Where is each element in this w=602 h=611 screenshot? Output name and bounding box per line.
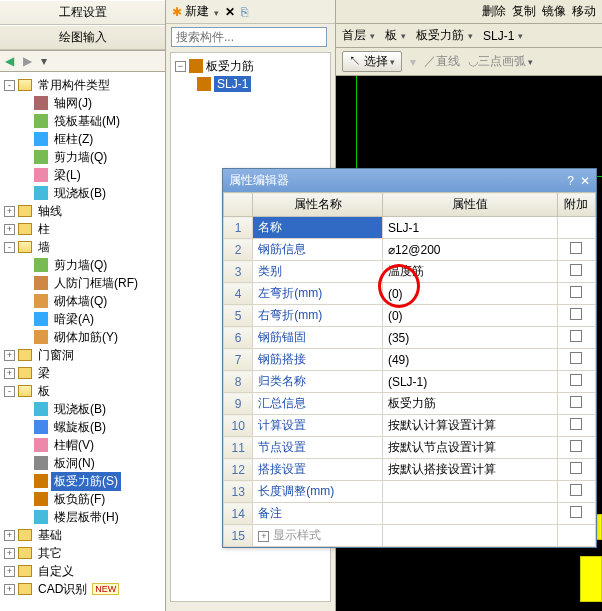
tree-row[interactable]: +梁: [2, 364, 163, 382]
table-row[interactable]: 4左弯折(mm)(0): [224, 283, 596, 305]
prop-name[interactable]: 备注: [253, 503, 383, 525]
tree-row[interactable]: +自定义: [2, 562, 163, 580]
tree-row[interactable]: 现浇板(B): [2, 184, 163, 202]
new-dd-icon[interactable]: [212, 5, 219, 19]
nav-back-icon[interactable]: ◀: [5, 54, 19, 68]
prop-extra[interactable]: [557, 217, 595, 239]
project-settings-btn[interactable]: 工程设置: [0, 0, 165, 25]
prop-value[interactable]: (49): [382, 349, 557, 371]
table-row[interactable]: 9汇总信息板受力筋: [224, 393, 596, 415]
prop-extra[interactable]: [557, 437, 595, 459]
nav-dd-icon[interactable]: ▾: [41, 54, 55, 68]
expander-icon[interactable]: +: [4, 206, 15, 217]
expander-icon[interactable]: -: [4, 386, 15, 397]
prop-extra[interactable]: [557, 349, 595, 371]
prop-value[interactable]: 温度筋: [382, 261, 557, 283]
tree-label[interactable]: 暗梁(A): [51, 310, 97, 329]
tree-label[interactable]: 自定义: [35, 562, 77, 581]
prop-extra[interactable]: [557, 239, 595, 261]
tree-label[interactable]: 砌体加筋(Y): [51, 328, 121, 347]
tree-label[interactable]: 人防门框墙(RF): [51, 274, 141, 293]
inst-dd[interactable]: SLJ-1: [483, 29, 523, 43]
table-row[interactable]: 8归类名称(SLJ-1): [224, 371, 596, 393]
tree-label[interactable]: 梁(L): [51, 166, 84, 185]
col-val[interactable]: 属性值: [382, 193, 557, 217]
col-name[interactable]: 属性名称: [253, 193, 383, 217]
tree-label[interactable]: 门窗洞: [35, 346, 77, 365]
tree-row[interactable]: 剪力墙(Q): [2, 256, 163, 274]
tree-label[interactable]: 框柱(Z): [51, 130, 96, 149]
tree-label[interactable]: 楼层板带(H): [51, 508, 122, 527]
expander-icon[interactable]: -: [4, 80, 15, 91]
tree-label[interactable]: 柱: [35, 220, 53, 239]
checkbox[interactable]: [570, 242, 582, 254]
tree-row[interactable]: 轴网(J): [2, 94, 163, 112]
tree-label[interactable]: 现浇板(B): [51, 400, 109, 419]
checkbox[interactable]: [570, 352, 582, 364]
prop-value[interactable]: ⌀12@200: [382, 239, 557, 261]
tree-label[interactable]: 砌体墙(Q): [51, 292, 110, 311]
expander-icon[interactable]: +: [4, 224, 15, 235]
expander-icon[interactable]: +: [4, 548, 15, 559]
tree-row[interactable]: 板洞(N): [2, 454, 163, 472]
prop-name[interactable]: 节点设置: [253, 437, 383, 459]
tree-label[interactable]: CAD识别: [35, 580, 90, 599]
checkbox[interactable]: [570, 264, 582, 276]
table-row[interactable]: 3类别温度筋: [224, 261, 596, 283]
tree-row[interactable]: 梁(L): [2, 166, 163, 184]
tree-label[interactable]: 现浇板(B): [51, 184, 109, 203]
checkbox[interactable]: [570, 440, 582, 452]
tree-row[interactable]: 现浇板(B): [2, 400, 163, 418]
prop-name[interactable]: 左弯折(mm): [253, 283, 383, 305]
tree-label[interactable]: 柱帽(V): [51, 436, 97, 455]
property-editor-title[interactable]: 属性编辑器 ? ✕: [223, 169, 596, 192]
select-btn[interactable]: ↖ 选择: [342, 51, 402, 72]
checkbox[interactable]: [570, 418, 582, 430]
new-button[interactable]: ✱ 新建: [172, 3, 219, 20]
expander-icon[interactable]: +: [4, 566, 15, 577]
table-row[interactable]: 13长度调整(mm): [224, 481, 596, 503]
tree-row[interactable]: 柱帽(V): [2, 436, 163, 454]
checkbox[interactable]: [570, 506, 582, 518]
cat-dd[interactable]: 板: [385, 27, 406, 44]
expander-icon[interactable]: +: [4, 368, 15, 379]
tree-row[interactable]: 砌体加筋(Y): [2, 328, 163, 346]
mid-tree-item[interactable]: SLJ-1: [214, 76, 251, 92]
tree-row[interactable]: 筏板基础(M): [2, 112, 163, 130]
table-row[interactable]: 12搭接设置按默认搭接设置计算: [224, 459, 596, 481]
prop-extra[interactable]: [557, 525, 595, 547]
tree-row[interactable]: 人防门框墙(RF): [2, 274, 163, 292]
prop-name[interactable]: 钢筋信息: [253, 239, 383, 261]
prop-value[interactable]: [382, 503, 557, 525]
tree-row[interactable]: +基础: [2, 526, 163, 544]
tree-row[interactable]: 剪力墙(Q): [2, 148, 163, 166]
prop-value[interactable]: SLJ-1: [382, 217, 557, 239]
tree-row[interactable]: -常用构件类型: [2, 76, 163, 94]
table-row[interactable]: 15+显示样式: [224, 525, 596, 547]
prop-value[interactable]: 板受力筋: [382, 393, 557, 415]
prop-name[interactable]: 计算设置: [253, 415, 383, 437]
prop-value[interactable]: (SLJ-1): [382, 371, 557, 393]
table-row[interactable]: 10计算设置按默认计算设置计算: [224, 415, 596, 437]
checkbox[interactable]: [570, 484, 582, 496]
prop-extra[interactable]: [557, 283, 595, 305]
prop-name[interactable]: 名称: [253, 217, 383, 239]
prop-name[interactable]: 归类名称: [253, 371, 383, 393]
prop-name[interactable]: 类别: [253, 261, 383, 283]
tree-label[interactable]: 筏板基础(M): [51, 112, 123, 131]
component-tree[interactable]: -常用构件类型轴网(J)筏板基础(M)框柱(Z)剪力墙(Q)梁(L)现浇板(B)…: [0, 72, 165, 611]
draw-input-btn[interactable]: 绘图输入: [0, 25, 165, 50]
property-editor-dialog[interactable]: 属性编辑器 ? ✕ 属性名称 属性值 附加 1名称SLJ-12钢筋信息⌀12@2…: [222, 168, 597, 548]
tb-mirror[interactable]: 镜像: [542, 3, 566, 20]
prop-name[interactable]: 长度调整(mm): [253, 481, 383, 503]
table-row[interactable]: 14备注: [224, 503, 596, 525]
tree-label[interactable]: 剪力墙(Q): [51, 256, 110, 275]
close-icon[interactable]: ✕: [580, 174, 590, 188]
table-row[interactable]: 2钢筋信息⌀12@200: [224, 239, 596, 261]
copy-icon[interactable]: ⎘: [241, 5, 248, 19]
prop-extra[interactable]: [557, 415, 595, 437]
layer-dd[interactable]: 首层: [342, 27, 375, 44]
expand-icon[interactable]: +: [258, 531, 269, 542]
tree-row[interactable]: +柱: [2, 220, 163, 238]
prop-value[interactable]: 按默认搭接设置计算: [382, 459, 557, 481]
